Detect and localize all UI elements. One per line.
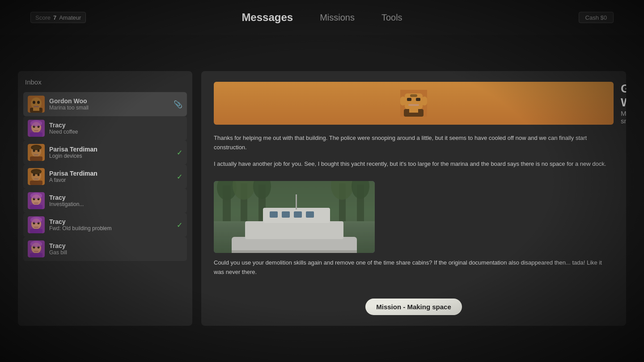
svg-rect-58 <box>410 94 417 97</box>
detail-body-3: Could you use your demolition skills aga… <box>214 258 614 277</box>
top-bar: Score 7 Amateur Messages Missions Tools … <box>0 0 644 35</box>
message-subject: Investigation... <box>49 201 182 207</box>
score-badge: Score 7 Amateur <box>30 12 86 23</box>
svg-rect-81 <box>296 194 297 210</box>
check-icon: ✓ <box>177 173 182 181</box>
message-item[interactable]: Parisa Terdiman A favor ✓ <box>23 164 187 189</box>
svg-rect-6 <box>33 108 39 111</box>
svg-rect-33 <box>30 205 42 209</box>
svg-rect-75 <box>245 221 343 239</box>
score-label: Score <box>35 14 51 21</box>
svg-rect-40 <box>30 229 42 233</box>
message-item[interactable]: Tracy Fwd: Old building problem ✓ <box>23 213 187 237</box>
message-sender: Tracy <box>49 242 182 249</box>
score-rank: Amateur <box>59 14 81 21</box>
message-info: Tracy Fwd: Old building problem <box>49 218 172 232</box>
mission-button[interactable]: Mission - Making space <box>365 299 462 315</box>
message-info: Parisa Terdiman Login devices <box>49 146 172 159</box>
check-icon: ✓ <box>177 221 182 229</box>
svg-rect-46 <box>34 251 38 252</box>
message-subject: Gas bill <box>49 249 182 256</box>
svg-point-2 <box>33 101 35 104</box>
avatar <box>28 168 45 185</box>
avatar <box>28 144 45 161</box>
message-info: Tracy Need coffee <box>49 122 182 135</box>
message-list: Gordon Woo Marina too small 📎 Tracy Need… <box>23 92 187 261</box>
avatar <box>28 216 45 233</box>
nav-tabs: Messages Missions Tools <box>242 11 402 24</box>
svg-rect-32 <box>34 202 38 204</box>
tab-missions[interactable]: Missions <box>320 13 355 23</box>
tab-messages[interactable]: Messages <box>242 11 293 24</box>
message-item[interactable]: Tracy Investigation... <box>23 189 187 213</box>
detail-sender-name: Gordon Woo <box>621 82 626 109</box>
svg-point-41 <box>30 217 42 223</box>
message-sender: Parisa Terdiman <box>49 146 172 153</box>
detail-sender-info: Gordon Woo Marina too small <box>621 82 626 125</box>
detail-panel: Gordon Woo Marina too small Thanks for h… <box>201 71 626 326</box>
avatar <box>28 96 45 113</box>
svg-rect-19 <box>30 156 42 161</box>
main-content: Inbox Gordon Woo Marina too small 📎 <box>0 35 644 362</box>
svg-point-13 <box>30 120 42 126</box>
message-info: Tracy Gas bill <box>49 242 182 256</box>
score-value: 7 <box>53 14 56 21</box>
inbox-title: Inbox <box>23 78 187 86</box>
detail-body-1: Thanks for helping me out with that buil… <box>214 134 614 152</box>
detail-header: Gordon Woo Marina too small <box>214 82 614 125</box>
svg-rect-56 <box>400 97 406 105</box>
avatar <box>28 240 45 257</box>
message-subject: Login devices <box>49 153 172 159</box>
svg-point-1 <box>31 97 42 109</box>
message-subject: Need coffee <box>49 129 182 135</box>
svg-point-34 <box>30 193 42 199</box>
svg-rect-18 <box>34 154 38 156</box>
svg-rect-55 <box>409 109 418 113</box>
svg-point-3 <box>37 101 40 104</box>
cash-badge: Cash $0 <box>579 12 614 23</box>
svg-rect-51 <box>407 98 411 101</box>
paperclip-icon: 📎 <box>174 100 182 109</box>
yacht-image <box>214 181 375 253</box>
message-item[interactable]: Tracy Gas bill <box>23 237 187 261</box>
message-sender: Tracy <box>49 194 182 201</box>
message-info: Gordon Woo Marina too small <box>49 97 169 111</box>
tab-tools[interactable]: Tools <box>381 13 402 23</box>
svg-rect-80 <box>306 211 314 218</box>
svg-rect-25 <box>34 178 38 180</box>
check-icon: ✓ <box>177 148 182 157</box>
svg-rect-57 <box>422 97 427 105</box>
message-subject: A favor <box>49 177 172 183</box>
svg-rect-79 <box>294 211 302 218</box>
message-info: Tracy Investigation... <box>49 194 182 207</box>
svg-rect-52 <box>416 98 420 101</box>
svg-rect-47 <box>30 253 42 257</box>
message-item[interactable]: Tracy Need coffee <box>23 116 187 140</box>
message-item[interactable]: Parisa Terdiman Login devices ✓ <box>23 140 187 164</box>
svg-rect-26 <box>30 181 42 185</box>
svg-rect-77 <box>270 211 278 218</box>
svg-point-48 <box>30 241 42 247</box>
svg-rect-74 <box>232 250 357 253</box>
svg-rect-53 <box>408 104 419 106</box>
message-subject: Marina too small <box>49 105 169 111</box>
message-sender: Tracy <box>49 122 182 129</box>
detail-subject: Marina too small <box>621 109 626 125</box>
svg-point-27 <box>31 169 42 174</box>
message-subject: Fwd: Old building problem <box>49 225 172 232</box>
svg-rect-4 <box>34 106 39 107</box>
inbox-panel: Inbox Gordon Woo Marina too small 📎 <box>18 71 192 326</box>
avatar <box>28 192 45 209</box>
svg-rect-12 <box>30 132 42 137</box>
svg-rect-78 <box>282 211 290 218</box>
message-info: Parisa Terdiman A favor <box>49 170 172 183</box>
svg-point-20 <box>31 145 42 150</box>
message-item[interactable]: Gordon Woo Marina too small 📎 <box>23 92 187 116</box>
message-sender: Parisa Terdiman <box>49 170 172 177</box>
detail-body-2: I actually have another job for you. See… <box>214 160 614 169</box>
svg-rect-11 <box>34 130 38 131</box>
detail-avatar <box>214 82 614 125</box>
svg-rect-39 <box>34 227 38 228</box>
message-sender: Gordon Woo <box>49 97 169 105</box>
avatar <box>28 120 45 137</box>
